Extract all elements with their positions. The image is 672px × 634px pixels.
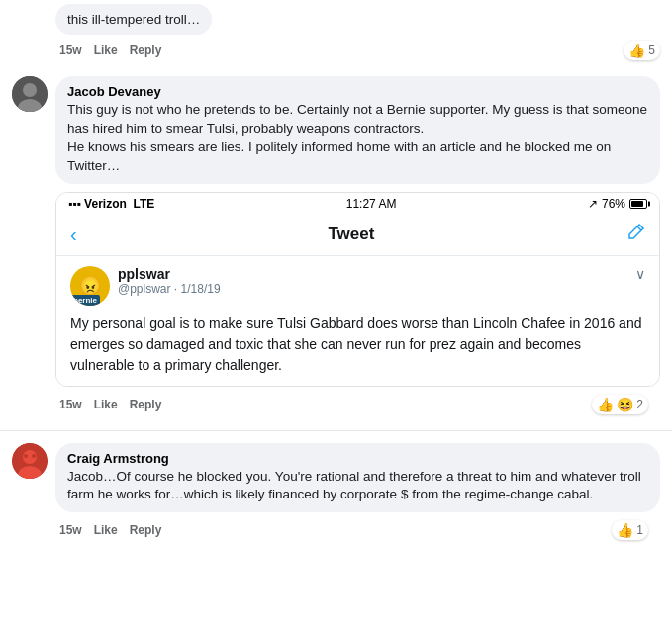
tweet-handle: @pplswar <box>118 282 171 296</box>
battery-percentage: 76% <box>602 197 625 211</box>
craig-name: Craig Armstrong <box>67 451 648 466</box>
pplswar-avatar: 😠 bernie <box>70 266 110 306</box>
jacob-reaction-count: 2 <box>636 398 643 411</box>
tweet-handle-date: @pplswar · 1/18/19 <box>118 282 627 296</box>
jacob-avatar-img <box>12 76 48 112</box>
svg-point-7 <box>24 454 28 458</box>
battery-icon <box>629 199 647 209</box>
tweet-content: 😠 bernie pplswar @pplswar · 1/18/19 ∨ My… <box>56 256 659 386</box>
top-comment-time: 15w <box>59 44 82 57</box>
craig-time: 15w <box>59 523 82 537</box>
twitter-header: ‹ Tweet <box>56 215 659 256</box>
jacob-like[interactable]: Like <box>94 398 118 411</box>
craig-comment: Craig Armstrong Jacob…Of course he block… <box>0 435 672 553</box>
top-comment-bubble: this ill-tempered troll… <box>55 4 212 35</box>
back-button[interactable]: ‹ <box>70 224 77 246</box>
jacob-reply[interactable]: Reply <box>130 398 162 411</box>
svg-point-8 <box>32 454 36 458</box>
jacob-name: Jacob Devaney <box>67 84 648 99</box>
tweet-date: 1/18/19 <box>181 282 221 296</box>
status-time: 11:27 AM <box>346 197 397 211</box>
top-comment-like[interactable]: Like <box>94 44 118 57</box>
carrier-text: ▪▪▪ Verizon LTE <box>68 197 154 211</box>
phone-status-bar: ▪▪▪ Verizon LTE 11:27 AM ↗ 76% <box>56 193 659 215</box>
tweet-expand-icon[interactable]: ∨ <box>635 266 645 282</box>
avatar-emoji: 😠 <box>79 275 101 297</box>
jacob-text: This guy is not who he pretends to be. C… <box>67 101 648 176</box>
tweet-body: My personal goal is to make sure Tulsi G… <box>70 314 645 376</box>
craig-comment-actions: 15w Like Reply 👍 1 <box>55 516 660 544</box>
thumbs-up-icon-2: 👍 <box>597 397 614 412</box>
jacob-comment-actions: 15w Like Reply 👍 😆 2 <box>55 391 660 418</box>
top-reaction-count: 5 <box>648 44 655 57</box>
jacob-comment-bubble: Jacob Devaney This guy is not who he pre… <box>55 76 660 184</box>
tweet-user-info: pplswar @pplswar · 1/18/19 <box>118 266 627 296</box>
status-right: ↗ 76% <box>588 197 647 211</box>
jacob-time: 15w <box>59 398 82 411</box>
top-comment-reply[interactable]: Reply <box>130 44 162 57</box>
bernie-badge: bernie <box>70 295 100 306</box>
craig-reactions: 👍 1 <box>612 520 648 540</box>
craig-reaction-count: 1 <box>636 523 643 537</box>
craig-text: Jacob…Of course he blocked you. You're r… <box>67 468 648 505</box>
top-comment-actions: 15w Like Reply 👍 5 <box>55 37 660 64</box>
divider <box>0 430 672 431</box>
tweet-header-title: Tweet <box>77 225 625 244</box>
signal-bars-icon: ▪▪▪ <box>68 197 84 211</box>
craig-like[interactable]: Like <box>94 523 118 537</box>
jacob-comment: Jacob Devaney This guy is not who he pre… <box>0 68 672 426</box>
jacob-comment-body: Jacob Devaney This guy is not who he pre… <box>55 76 660 418</box>
top-partial-comment: this ill-tempered troll… 15w Like Reply … <box>0 0 672 68</box>
svg-line-3 <box>637 226 641 230</box>
svg-point-1 <box>23 83 37 97</box>
laughing-icon: 😆 <box>617 397 633 412</box>
tweet-user-row: 😠 bernie pplswar @pplswar · 1/18/19 ∨ <box>70 266 645 306</box>
signal-direction-icon: ↗ <box>588 197 598 211</box>
jacob-avatar <box>12 76 48 112</box>
compose-icon[interactable] <box>625 223 645 247</box>
thumbs-up-icon: 👍 <box>628 43 645 58</box>
craig-comment-body: Craig Armstrong Jacob…Of course he block… <box>55 443 660 545</box>
top-comment-text: this ill-tempered troll… <box>67 12 200 27</box>
craig-avatar <box>12 443 48 479</box>
jacob-reactions: 👍 😆 2 <box>592 395 648 414</box>
tweet-username: pplswar <box>118 266 627 282</box>
craig-avatar-img <box>12 443 48 479</box>
craig-comment-bubble: Craig Armstrong Jacob…Of course he block… <box>55 443 660 513</box>
craig-reply[interactable]: Reply <box>130 523 162 537</box>
top-comment-reactions: 👍 5 <box>624 41 660 60</box>
embedded-tweet-card: ▪▪▪ Verizon LTE 11:27 AM ↗ 76% ‹ Tweet <box>55 192 660 387</box>
thumbs-up-icon-3: 👍 <box>617 522 633 538</box>
craig-avatar-inner <box>12 443 48 479</box>
